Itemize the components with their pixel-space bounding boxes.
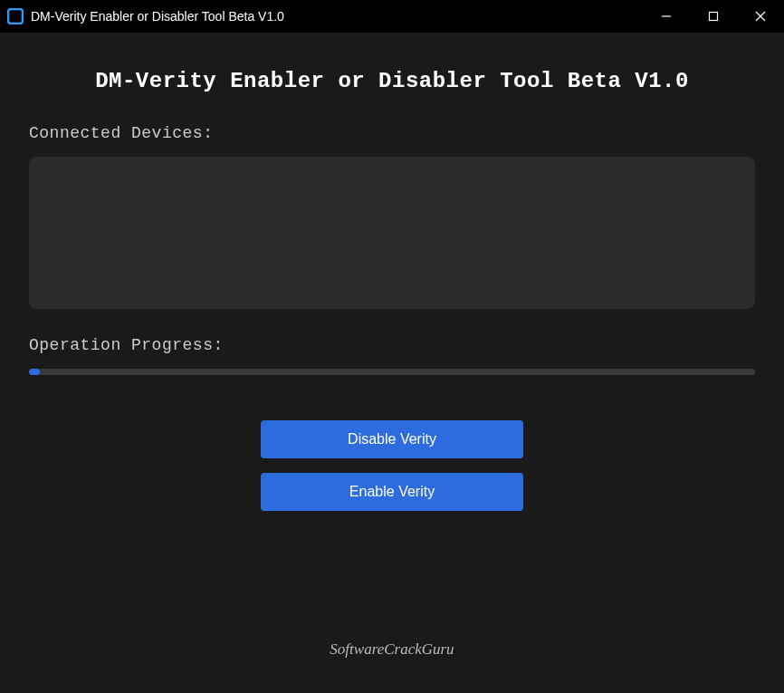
main-content: DM-Verity Enabler or Disabler Tool Beta … (0, 33, 784, 693)
progress-bar (29, 369, 755, 375)
window-titlebar: DM-Verity Enabler or Disabler Tool Beta … (0, 0, 784, 33)
minimize-button[interactable] (643, 0, 690, 33)
svg-rect-0 (8, 9, 23, 24)
progress-section: Operation Progress: (29, 336, 755, 375)
window-controls (643, 0, 784, 33)
titlebar-left: DM-Verity Enabler or Disabler Tool Beta … (7, 8, 284, 24)
connected-devices-label: Connected Devices: (29, 124, 755, 142)
connected-devices-panel (29, 157, 755, 309)
disable-verity-button[interactable]: Disable Verity (261, 420, 523, 458)
action-buttons: Disable Verity Enable Verity (29, 420, 755, 511)
window-title: DM-Verity Enabler or Disabler Tool Beta … (31, 9, 284, 24)
footer-branding: SoftwareCrackGuru (29, 640, 755, 666)
enable-verity-button[interactable]: Enable Verity (261, 473, 523, 511)
svg-rect-2 (710, 13, 718, 21)
app-icon (7, 8, 24, 24)
maximize-button[interactable] (690, 0, 737, 33)
close-button[interactable] (737, 0, 784, 33)
operation-progress-label: Operation Progress: (29, 336, 755, 354)
page-title: DM-Verity Enabler or Disabler Tool Beta … (29, 69, 755, 93)
progress-fill (29, 369, 40, 375)
